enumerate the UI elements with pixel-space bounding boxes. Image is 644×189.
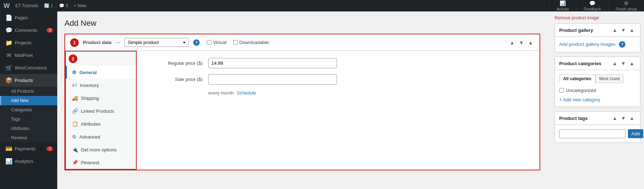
payments-label: Payments <box>15 146 35 151</box>
tab-get-more-options[interactable]: 🔌 Get more options <box>66 143 136 156</box>
tab-advanced[interactable]: ⚙ Advanced <box>66 130 136 143</box>
category-uncategorized-label: Uncategorized <box>566 88 596 93</box>
product-tabs: 2 ⚙ General 🏷 Inventory 🚚 Shipping 🔗 Lin… <box>65 51 137 170</box>
mailpoet-label: MailPoet <box>15 53 33 58</box>
sidebar-item-tags[interactable]: Tags <box>0 115 57 124</box>
feedback-icon: 💬 <box>589 0 595 6</box>
tag-input[interactable] <box>559 129 626 138</box>
categories-collapse-controls: ▲ ▼ ▲ <box>611 60 636 67</box>
sidebar-item-woocommerce[interactable]: 🛒 WooCommerce <box>0 62 57 74</box>
sidebar-item-projects[interactable]: 📁 Projects <box>0 37 57 49</box>
all-products-label: All Products <box>11 89 34 94</box>
tag-add-button[interactable]: Add <box>628 129 643 138</box>
categories-collapse-up[interactable]: ▲ <box>611 60 619 67</box>
downloadable-checkbox[interactable] <box>233 40 238 45</box>
product-type-select[interactable]: Simple product Grouped product External/… <box>125 38 189 47</box>
sidebar-item-pages[interactable]: 📄 Pages <box>0 11 57 24</box>
sale-price-input[interactable] <box>208 74 337 84</box>
virtual-downloadable: Virtual: Downloadable: <box>207 40 270 45</box>
projects-label: Projects <box>15 40 31 45</box>
sidebar-item-mailpoet[interactable]: ✉ MailPoet <box>0 49 57 62</box>
cat-tab-all[interactable]: All categories <box>559 74 595 83</box>
sidebar-item-payments[interactable]: 💳 Payments 1 <box>0 142 57 155</box>
inventory-icon: 🏷 <box>72 82 77 88</box>
cat-tab-all-label: All categories <box>563 76 591 81</box>
sidebar-item-all-products[interactable]: All Products <box>0 87 57 96</box>
tag-input-row: Add <box>559 129 636 138</box>
activity-button[interactable]: 📊 Activity <box>549 0 576 11</box>
sidebar-item-products[interactable]: 📦 Products <box>0 74 57 87</box>
get-more-options-icon: 🔌 <box>72 147 78 152</box>
general-icon: ⚙ <box>72 69 77 75</box>
advanced-label: Advanced <box>79 134 100 140</box>
category-uncategorized-checkbox[interactable] <box>559 88 564 93</box>
general-label: General <box>79 70 97 75</box>
finish-setup-button[interactable]: ⚙ Finish setup <box>608 0 644 11</box>
projects-icon: 📁 <box>5 39 12 46</box>
shipping-label: Shipping <box>81 96 99 101</box>
wp-logo[interactable]: W <box>4 2 10 10</box>
page-title: Add New <box>64 19 540 28</box>
categories-collapse-down[interactable]: ▼ <box>619 60 627 67</box>
tab-linked-products[interactable]: 🔗 Linked Products <box>66 105 136 117</box>
product-data-badge-2: 2 <box>69 54 77 63</box>
inventory-label: Inventory <box>80 83 99 88</box>
finish-setup-icon: ⚙ <box>624 0 629 6</box>
cat-tab-most-used[interactable]: Most Used <box>595 74 624 83</box>
add-gallery-images-link[interactable]: Add product gallery images <box>559 42 616 47</box>
regular-price-input[interactable] <box>208 58 337 68</box>
product-tags-panel: Product tags ▲ ▼ ▲ Add <box>555 111 640 143</box>
tags-collapse-up[interactable]: ▲ <box>611 115 619 122</box>
tab-attributes[interactable]: 📋 Attributes <box>66 117 136 130</box>
admin-bar-new[interactable]: + New <box>74 3 86 8</box>
remove-product-image-link[interactable]: Remove product image <box>555 15 599 20</box>
tab-pinterest[interactable]: 📌 Pinterest <box>66 156 136 169</box>
tab-shipping[interactable]: 🚚 Shipping <box>66 92 136 105</box>
virtual-checkbox[interactable] <box>207 40 211 45</box>
site-name: ET Tutorials <box>15 3 38 8</box>
payments-badge: 1 <box>47 146 53 151</box>
sidebar-item-attributes[interactable]: Attributes <box>0 124 57 133</box>
woocommerce-icon: 🛒 <box>5 64 12 71</box>
pages-label: Pages <box>15 15 28 20</box>
sidebar-item-reviews[interactable]: Reviews <box>0 133 57 142</box>
feedback-button[interactable]: 💬 Feedback <box>576 0 608 11</box>
pages-icon: 📄 <box>5 14 12 21</box>
add-new-category-link[interactable]: + Add new category <box>559 97 636 102</box>
gallery-collapse-toggle[interactable]: ▲ <box>628 26 636 34</box>
tags-collapse-down[interactable]: ▼ <box>619 115 627 122</box>
reviews-label: Reviews <box>11 135 27 140</box>
product-tags-title: Product tags <box>559 116 587 121</box>
gallery-help-icon[interactable]: ? <box>619 41 625 48</box>
gallery-collapse-up[interactable]: ▲ <box>611 26 619 34</box>
tags-collapse-toggle[interactable]: ▲ <box>628 115 636 122</box>
sidebar-item-analytics[interactable]: 📊 Analytics <box>0 155 57 168</box>
tab-inventory[interactable]: 🏷 Inventory <box>66 79 136 92</box>
sidebar-item-add-new[interactable]: Add New <box>0 96 57 105</box>
updates-count: 1 <box>51 3 53 8</box>
collapse-down-btn[interactable]: ▼ <box>517 39 525 46</box>
gallery-collapse-controls: ▲ ▼ ▲ <box>611 26 636 34</box>
woocommerce-label: WooCommerce <box>15 65 47 71</box>
collapse-controls: ▲ ▼ ▲ <box>508 39 535 46</box>
product-categories-panel: Product categories ▲ ▼ ▲ All categories … <box>555 57 640 107</box>
admin-bar-updates[interactable]: 🔄 1 <box>44 3 53 8</box>
product-categories-content: All categories Most Used Uncategorized +… <box>555 70 640 107</box>
cat-tab-most-used-label: Most Used <box>599 76 620 81</box>
sidebar-item-comments[interactable]: 💬 Comments 3 <box>0 24 57 37</box>
tab-general[interactable]: ⚙ General <box>66 66 136 79</box>
product-type-help-icon[interactable]: ? <box>193 39 200 46</box>
collapse-toggle-btn[interactable]: ▲ <box>527 39 535 46</box>
sidebar-item-categories[interactable]: Categories <box>0 105 57 115</box>
virtual-label: Virtual: <box>207 40 227 45</box>
admin-bar-site[interactable]: ET Tutorials <box>15 3 38 8</box>
gallery-collapse-down[interactable]: ▼ <box>619 26 627 34</box>
product-categories-header: Product categories ▲ ▼ ▲ <box>555 57 640 70</box>
comments-sidebar-label: Comments <box>15 28 37 33</box>
categories-collapse-toggle[interactable]: ▲ <box>628 60 636 67</box>
remove-image-container: Remove product image <box>555 15 640 20</box>
collapse-up-btn[interactable]: ▲ <box>508 39 516 46</box>
schedule-link[interactable]: Schedule <box>237 90 256 96</box>
admin-bar-comments[interactable]: 💬 3 <box>59 3 68 8</box>
product-data-header: 1 Product data — Simple product Grouped … <box>65 34 540 51</box>
